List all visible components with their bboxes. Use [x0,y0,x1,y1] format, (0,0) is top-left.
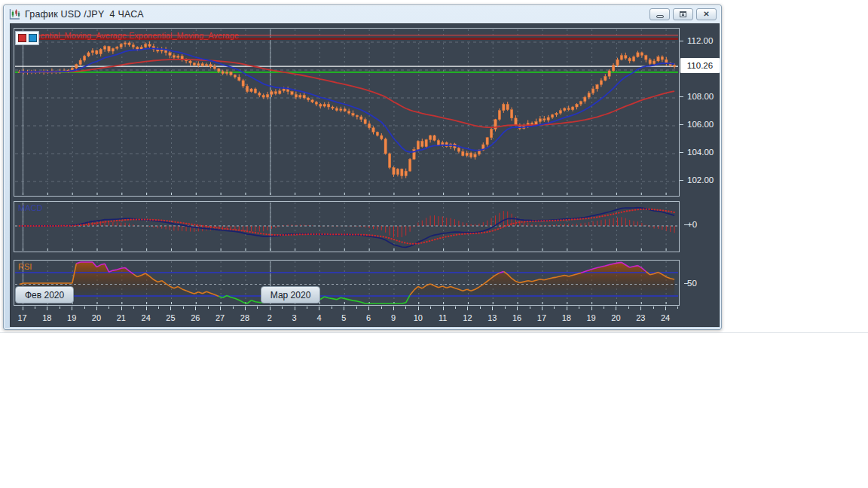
window-title: График USD /JPY 4 ЧАСА [25,9,144,20]
price-tick-label: 106.00 [683,120,720,129]
time-axis-minor-tick [108,307,109,309]
time-axis-tick [270,307,270,310]
current-price-label: 110.26 [680,58,720,73]
time-axis-tick [418,307,419,310]
macd-label: MACD [18,203,42,212]
time-axis-tick [96,307,97,310]
time-axis-day-label: 17 [537,313,546,322]
time-axis-day-label: 18 [42,313,51,322]
window-titlebar[interactable]: График USD /JPY 4 ЧАСА ✕ [4,5,721,23]
chart-content-area: Exponential_Moving_Average Exponential_M… [10,23,720,327]
time-axis-tick [47,307,47,310]
time-axis-tick [146,307,147,310]
time-axis-minor-tick [530,307,530,309]
indicator-legend-text: Exponential_Moving_Average Exponential_M… [17,31,239,40]
time-axis-tick [319,307,319,310]
time-axis-minor-tick [505,307,506,309]
page-divider [0,332,868,333]
time-axis-tick [121,307,122,310]
time-axis-minor-tick [282,307,283,309]
time-axis-tick [616,307,616,310]
time-axis-tick [72,307,72,310]
time-axis-day-label: 28 [240,313,249,322]
close-button[interactable]: ✕ [696,8,717,20]
month-marker-mar: Мар 2020 [261,286,321,303]
time-axis-day-label: 13 [487,313,497,322]
time-axis-tick [344,307,344,310]
time-axis-minor-tick [183,307,184,309]
time-axis-tick [295,307,295,310]
time-axis-day-label: 24 [661,313,670,322]
time-axis-day-label: 20 [92,313,101,322]
time-axis-minor-tick [554,307,555,309]
ema-blue-toggle[interactable] [29,34,37,42]
time-axis-tick [195,307,196,310]
time-axis-minor-tick [307,307,307,309]
time-axis-tick [170,307,171,310]
time-axis-day-label: 5 [341,313,346,322]
candlestick-chart-icon [8,8,21,21]
ema-red-toggle[interactable] [18,34,26,42]
time-axis-tick [443,307,444,310]
time-axis-tick [567,307,567,310]
rsi-panel[interactable] [14,260,680,306]
rsi-label: RSI [18,262,32,271]
chart-window: График USD /JPY 4 ЧАСА ✕ Exponential_Mov… [3,5,722,330]
time-axis-tick [23,307,23,310]
time-axis-tick [542,307,542,310]
time-axis-day-label: 26 [191,313,200,322]
price-tick-label: 108.00 [683,92,720,101]
time-axis-tick [467,307,468,310]
time-axis-day-label: 12 [463,313,472,322]
time-axis-minor-tick [133,307,134,309]
time-axis-tick [245,307,246,310]
time-axis-day-label: 25 [166,313,175,322]
time-axis-tick [220,307,221,310]
candles [18,41,676,179]
time-axis-tick [492,307,493,310]
time-axis-day-label: 10 [414,313,423,322]
time-axis-minor-tick [653,307,654,309]
indicator-legend-box [15,31,39,45]
close-icon: ✕ [703,11,709,18]
time-axis-day-label: 2 [267,313,272,322]
time-axis-minor-tick [356,307,357,309]
time-axis-day-label: 24 [142,313,151,322]
time-axis-day-label: 6 [366,313,371,322]
time-axis-minor-tick [579,307,579,309]
macd-panel[interactable] [14,201,680,252]
time-axis-day-label: 18 [562,313,571,322]
time-axis[interactable]: 1718192021242526272823456910111213161718… [14,307,680,327]
price-axis[interactable]: 110.26 +0 50 112.00108.00106.00104.00102… [680,24,720,328]
time-axis-day-label: 11 [439,313,447,322]
time-axis-day-label: 27 [215,313,225,322]
time-axis-minor-tick [60,307,60,309]
macd-zero-label: +0 [687,220,697,229]
time-axis-minor-tick [381,307,382,309]
time-axis-day-label: 9 [391,313,396,322]
price-tick-label: 102.00 [683,175,720,185]
time-axis-minor-tick [455,307,456,309]
time-axis-minor-tick [208,307,209,309]
time-axis-minor-tick [604,307,604,309]
time-axis-minor-tick [233,307,234,309]
time-axis-tick [393,307,394,310]
time-axis-minor-tick [480,307,481,309]
time-axis-minor-tick [257,307,258,309]
minimize-button[interactable] [649,8,670,20]
time-axis-tick [368,307,369,310]
time-axis-day-label: 3 [292,313,297,322]
maximize-button[interactable] [673,8,693,20]
time-axis-minor-tick [430,307,431,309]
time-axis-day-label: 16 [512,313,521,322]
time-axis-minor-tick [84,307,85,309]
price-tick-label: 112.00 [683,36,720,45]
main-price-panel[interactable] [14,28,680,197]
month-marker-feb: Фев 2020 [15,286,74,303]
time-axis-tick [517,307,518,310]
maximize-icon [680,11,686,17]
time-axis-day-label: 17 [17,313,26,322]
rsi-mid-label: 50 [687,279,697,288]
time-axis-day-label: 19 [67,313,76,322]
time-axis-day-label: 23 [636,313,645,322]
